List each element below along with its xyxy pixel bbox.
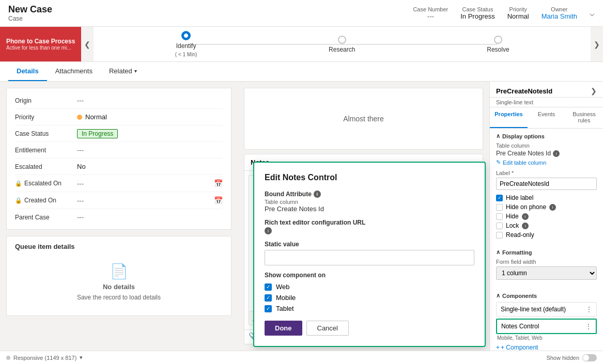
tab-attachments[interactable]: Attachments [47,62,101,81]
parent-case-label: Parent Case [15,214,77,221]
hide-checkbox[interactable] [496,213,503,220]
stage-research-circle [338,36,346,44]
label-field-label: Label * [496,170,597,176]
info-row: i [265,227,474,234]
escalated-label: Escalated [15,163,77,170]
show-component-label: Show component on [265,272,474,279]
readonly-checkbox[interactable] [496,232,503,239]
stage-identify[interactable]: Identify ( < 1 Min) [175,31,197,57]
case-status-form-label: Case Status [15,130,77,137]
lock-checkbox[interactable] [496,223,503,229]
readonly-row: Read-only [496,231,597,239]
process-next-btn[interactable]: ❯ [591,27,603,61]
mobile-checkbox[interactable]: ✓ [265,294,272,302]
pencil-icon: ✎ [496,159,501,166]
priority-dot-icon [77,115,82,120]
form-row-priority: Priority Normal [15,109,223,125]
stage-research-label: Research [329,46,355,53]
save-hint-text: Save the record to load details [77,294,161,301]
component-default: Single-line text (default) ⋮ [496,302,597,316]
calendar-icon-escalated[interactable]: 📅 [214,179,223,187]
header-case-status: Case Status In Progress [460,6,494,20]
status-chevron[interactable]: ▾ [80,354,83,361]
stage-identify-circle [181,31,191,40]
formatting-title[interactable]: ∧ Formatting [496,249,597,256]
show-hidden-area: Show hidden [546,354,597,361]
tab-bar: Details Attachments Related ▾ [0,62,603,82]
toggle-switch[interactable] [582,354,597,361]
tab-related[interactable]: Related ▾ [101,62,145,81]
components-title[interactable]: ∧ Components [496,292,597,299]
tab-events[interactable]: Events [528,107,565,128]
form-row-escalated: Escalated No [15,159,223,175]
display-options-section: ∧ Display options Table column Pre Creat… [490,129,603,245]
header-chevron[interactable]: ⌵ [590,8,595,18]
escalated-on-label: 🔒 Escalated On [15,180,77,187]
owner-value[interactable]: Maria Smith [542,12,577,20]
info-icon-lock[interactable]: i [522,223,529,229]
web-checkbox[interactable]: ✓ [265,283,272,291]
done-button[interactable]: Done [265,321,302,336]
case-subtitle: Case [8,15,52,22]
case-info: New Case Case [8,4,52,22]
form-field-width-select[interactable]: 1 column [496,266,597,280]
static-value-label: Static value [265,241,474,248]
status-text: Responsive (1149 x 817) [13,355,76,361]
add-component-button[interactable]: + + Component [496,344,597,351]
edit-table-column-link[interactable]: ✎ Edit table column [496,159,597,166]
label-field-input[interactable] [496,178,597,190]
created-on-label: 🔒 Created On [15,197,77,204]
notes-component-label: Notes Control [501,323,539,330]
hide-on-phone-text: Hide on phone [506,203,546,211]
show-component-section: Show component on ✓ Web ✓ Mobile ✓ Table… [265,272,474,312]
created-on-value: --- 📅 [77,196,223,204]
rp-close-icon[interactable]: ❯ [591,87,597,95]
info-icon-phone[interactable]: i [549,204,556,211]
tablet-label: Tablet [276,305,294,312]
display-options-title[interactable]: ∧ Display options [496,133,597,139]
stage-identify-label: Identify [176,42,196,50]
rich-text-section: Rich text editor configuration URL i [265,219,474,234]
static-value-input[interactable] [265,250,474,265]
form-row-entitlement: Entitlement --- [15,142,223,159]
show-hidden-label: Show hidden [546,355,579,361]
tablet-checkbox[interactable]: ✓ [265,305,272,312]
info-icon-rich[interactable]: i [265,227,272,234]
hide-label-checkbox[interactable]: ✓ [496,195,503,201]
info-icon-tc[interactable]: i [553,150,560,157]
hide-on-phone-row: Hide on phone i [496,203,597,211]
tab-details[interactable]: Details [8,62,47,81]
origin-value: --- [77,97,223,104]
almost-there-card: Almost there [244,88,483,150]
form-field-width-label: Form field width [496,259,597,265]
tab-business-rules[interactable]: Business rules [565,107,603,128]
dialog-title: Edit Notes Control [265,173,474,182]
header-owner: Owner Maria Smith [542,6,577,20]
stage-resolve-circle [494,36,502,44]
hide-on-phone-checkbox[interactable] [496,204,503,211]
case-status-label: Case Status [460,6,494,12]
hide-row: Hide i [496,213,597,220]
tab-properties[interactable]: Properties [490,107,528,128]
components-section: ∧ Components Single-line text (default) … [490,288,603,351]
lock-icon-escalated: 🔒 [15,180,22,187]
top-header: New Case Case Case Number --- Case Statu… [0,0,603,27]
notes-component-more[interactable]: ⋮ [585,323,592,330]
checkbox-tablet: ✓ Tablet [265,305,474,312]
header-priority: Priority Normal [507,6,529,20]
process-prev-btn[interactable]: ❮ [81,27,94,61]
default-component-more[interactable]: ⋮ [586,306,592,313]
stage-resolve[interactable]: Resolve [487,36,509,53]
case-number-label: Case Number [413,6,448,12]
collapse-icon-components: ∧ [496,292,500,299]
info-icon-hide[interactable]: i [522,213,529,220]
stage-research[interactable]: Research [329,36,355,53]
info-icon-bound[interactable]: i [314,191,321,198]
table-column-value: Pre Create Notes Id [265,205,474,213]
stage-identify-sublabel: ( < 1 Min) [175,52,197,57]
lock-text: Lock [506,222,519,229]
cancel-button[interactable]: Cancel [306,321,349,336]
table-column-sub-label: Table column [265,199,474,205]
bound-attribute-section: Bound Attribute i Table column Pre Creat… [265,191,474,213]
calendar-icon-created[interactable]: 📅 [214,196,223,204]
